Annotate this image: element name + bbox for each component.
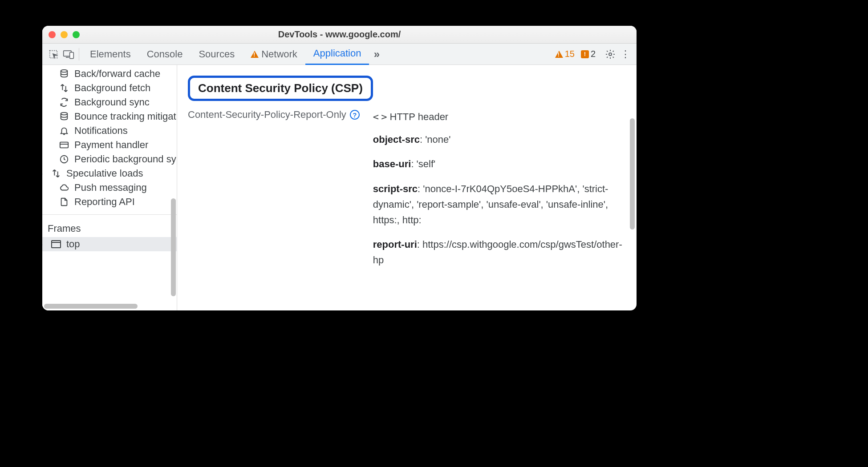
code-icon: < > — [373, 109, 385, 125]
sidebar-item-label: Bounce tracking mitigations — [74, 111, 177, 122]
main-scrollbar[interactable] — [630, 118, 635, 229]
sidebar-item-back-forward-cache[interactable]: Back/forward cache — [42, 67, 177, 81]
more-tabs-icon[interactable]: » — [369, 47, 384, 62]
expand-arrow-icon[interactable]: ▶ — [42, 241, 44, 248]
sidebar-item-label: Reporting API — [74, 196, 135, 208]
sidebar-item-periodic-background-sync[interactable]: Periodic background sync — [42, 152, 177, 166]
csp-directive: object-src: 'none' — [373, 132, 626, 147]
tab-network-label: Network — [261, 48, 297, 60]
tab-elements[interactable]: Elements — [82, 44, 139, 65]
sidebar-item-notifications[interactable]: Notifications — [42, 124, 177, 138]
device-toolbar-icon[interactable] — [61, 47, 76, 62]
sidebar-tree: Back/forward cache Background fetch Back… — [42, 65, 177, 209]
clock-icon — [58, 153, 70, 165]
sidebar-item-label: top — [66, 238, 80, 250]
svg-rect-7 — [60, 142, 68, 148]
main-panel: Content Security Policy (CSP) Content-Se… — [177, 65, 637, 310]
sync-icon — [58, 97, 70, 108]
sidebar-section-frames: Frames — [42, 214, 177, 237]
tab-application[interactable]: Application — [305, 44, 369, 65]
csp-directive: script-src: 'nonce-I-7rK04QpY5oeS4-HPPkh… — [373, 181, 626, 228]
help-icon[interactable]: ? — [350, 110, 360, 120]
sidebar-item-payment-handler[interactable]: Payment handler — [42, 138, 177, 152]
zoom-window-button[interactable] — [73, 31, 80, 38]
tab-network[interactable]: Network — [243, 44, 305, 65]
devtools-window: DevTools - www.google.com/ Elements Cons… — [42, 26, 637, 310]
svg-point-6 — [61, 113, 68, 115]
svg-point-5 — [61, 70, 68, 72]
settings-icon[interactable] — [603, 47, 618, 62]
tab-console[interactable]: Console — [139, 44, 191, 65]
sidebar-item-label: Periodic background sync — [74, 153, 177, 165]
sidebar-item-push-messaging[interactable]: Push messaging — [42, 181, 177, 195]
sidebar-item-speculative-loads[interactable]: ▶ Speculative loads — [42, 166, 177, 181]
error-icon: ! — [581, 50, 589, 58]
warning-icon — [555, 51, 563, 58]
devtools-tabbar: Elements Console Sources Network Applica… — [42, 44, 637, 65]
sidebar-scrollbar[interactable] — [171, 198, 176, 296]
svg-rect-3 — [70, 52, 74, 58]
cloud-icon — [58, 182, 70, 193]
content-area: Back/forward cache Background fetch Back… — [42, 65, 637, 310]
close-window-button[interactable] — [49, 31, 56, 38]
title-bar: DevTools - www.google.com/ — [42, 26, 637, 44]
csp-heading: Content Security Policy (CSP) — [188, 76, 373, 101]
expand-arrow-icon[interactable]: ▶ — [42, 170, 44, 177]
csp-source-label: HTTP header — [390, 109, 449, 125]
divider — [79, 48, 79, 60]
tab-sources[interactable]: Sources — [191, 44, 243, 65]
sidebar-item-label: Background sync — [74, 97, 150, 108]
updown-icon — [50, 168, 62, 179]
database-icon — [58, 111, 70, 122]
sidebar-item-background-sync[interactable]: Background sync — [42, 95, 177, 109]
sidebar-item-label: Speculative loads — [66, 168, 143, 179]
csp-directive: report-uri: https://csp.withgoogle.com/c… — [373, 237, 626, 268]
kebab-menu-icon[interactable]: ⋮ — [618, 47, 633, 62]
inspect-icon[interactable] — [46, 47, 61, 62]
bell-icon — [58, 125, 70, 137]
csp-directive: base-uri: 'self' — [373, 156, 626, 172]
warnings-count: 15 — [565, 49, 575, 59]
minimize-window-button[interactable] — [61, 31, 68, 38]
warnings-badge[interactable]: 15 — [555, 49, 575, 59]
csp-details: < > HTTP header object-src: 'none'base-u… — [373, 109, 626, 277]
csp-policy-name: Content-Security-Policy-Report-Only — [188, 109, 346, 121]
updown-icon — [58, 82, 70, 94]
svg-point-4 — [609, 53, 612, 56]
sidebar-item-background-fetch[interactable]: Background fetch — [42, 81, 177, 95]
application-sidebar: Back/forward cache Background fetch Back… — [42, 65, 177, 310]
database-icon — [58, 68, 70, 80]
card-icon — [58, 139, 70, 151]
sidebar-item-label: Back/forward cache — [74, 68, 160, 80]
sidebar-item-label: Background fetch — [74, 82, 150, 94]
frame-icon — [50, 238, 62, 250]
csp-policy-name-label: Content-Security-Policy-Report-Only ? — [188, 109, 360, 121]
sidebar-item-bounce-tracking[interactable]: Bounce tracking mitigations — [42, 109, 177, 124]
sidebar-item-label: Payment handler — [74, 139, 148, 151]
file-icon — [58, 196, 70, 208]
sidebar-item-reporting-api[interactable]: Reporting API — [42, 195, 177, 209]
errors-badge[interactable]: ! 2 — [581, 49, 596, 59]
sidebar-frame-top[interactable]: ▶ top — [42, 237, 177, 251]
sidebar-item-label: Push messaging — [74, 182, 147, 193]
csp-row: Content-Security-Policy-Report-Only ? < … — [188, 109, 626, 277]
sidebar-item-label: Notifications — [74, 125, 128, 137]
svg-rect-10 — [52, 241, 61, 248]
errors-count: 2 — [591, 49, 596, 59]
sidebar-horizontal-scrollbar[interactable] — [44, 304, 138, 309]
window-title: DevTools - www.google.com/ — [42, 29, 637, 40]
traffic-lights — [49, 31, 80, 38]
csp-source: < > HTTP header — [373, 109, 626, 125]
warning-icon — [251, 51, 259, 58]
